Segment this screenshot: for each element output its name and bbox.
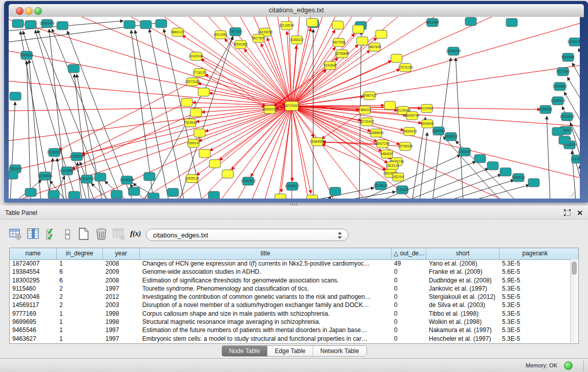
network-node[interactable] <box>111 190 122 199</box>
new-column-button[interactable] <box>76 227 91 241</box>
network-node[interactable] <box>181 98 192 106</box>
network-node[interactable] <box>391 54 402 62</box>
table-row[interactable]: 946554611997Estimation of the future num… <box>10 326 571 334</box>
cell-name: 18300295 <box>10 276 57 285</box>
network-node[interactable] <box>376 30 387 38</box>
network-node[interactable] <box>68 64 79 73</box>
close-window-button[interactable] <box>16 7 24 15</box>
table-row[interactable]: 1830029562008Estimation of significance … <box>10 276 571 285</box>
cell-out_degree: 0 <box>391 335 426 343</box>
network-node[interactable] <box>148 193 159 199</box>
network-edge <box>10 102 15 199</box>
table-row[interactable]: 1872400712008Changes of HCN gene express… <box>10 259 571 268</box>
table-selector[interactable]: citations_edges.txt <box>146 229 349 241</box>
tab-network-table[interactable]: Network Table <box>313 346 366 356</box>
network-node[interactable] <box>69 191 80 199</box>
function-builder-button[interactable]: f(x) <box>128 227 143 241</box>
column-header-year[interactable]: year <box>103 248 140 259</box>
network-node[interactable] <box>124 20 135 29</box>
table-row[interactable]: 2242004622012Investigating the contribut… <box>10 293 571 301</box>
network-node[interactable] <box>357 37 368 45</box>
table-row[interactable]: 969969511998Structural magnetic resonanc… <box>10 318 571 326</box>
network-node[interactable] <box>465 17 476 26</box>
network-node[interactable] <box>10 92 21 100</box>
network-node-label: 15751074 <box>568 40 580 43</box>
table-settings-button[interactable] <box>8 227 23 241</box>
network-node[interactable] <box>500 168 511 176</box>
network-node[interactable] <box>9 171 18 179</box>
table-scrollbar[interactable] <box>570 259 578 343</box>
network-node[interactable] <box>95 173 106 181</box>
network-node-label: 10958107 <box>285 184 300 188</box>
network-node[interactable] <box>559 136 570 144</box>
network-window-titlebar[interactable]: citations_edges.txt <box>9 4 584 17</box>
network-node[interactable] <box>384 101 396 110</box>
delete-column-trash-button[interactable] <box>94 227 108 241</box>
network-node[interactable] <box>506 18 517 27</box>
network-node[interactable] <box>25 188 36 196</box>
tab-node-table[interactable]: Node Table <box>222 346 268 356</box>
delete-table-button[interactable] <box>112 227 126 241</box>
select-all-checkbox-button[interactable] <box>44 227 58 241</box>
network-node[interactable] <box>48 190 59 199</box>
network-node-label: 1640954 <box>432 129 445 133</box>
network-node[interactable] <box>528 179 539 187</box>
table-row[interactable]: 946362711997Embryonic stem cells: a mode… <box>10 335 571 343</box>
table-row[interactable]: 977716911998Corpus callosum shape and si… <box>10 310 571 318</box>
network-edge <box>292 106 400 144</box>
cell-name: 9699695 <box>10 318 57 326</box>
network-node[interactable] <box>199 149 210 158</box>
network-node[interactable] <box>57 21 68 30</box>
network-node[interactable] <box>332 21 343 29</box>
network-node[interactable] <box>128 187 140 195</box>
column-visibility-button[interactable] <box>26 227 40 241</box>
column-header-in_degree[interactable]: in_degree <box>57 248 103 259</box>
network-node-label: 10688609 <box>369 131 384 135</box>
network-node-label: 18300295 <box>263 107 277 111</box>
unselect-rows-button[interactable] <box>60 227 75 241</box>
network-edge <box>9 17 292 106</box>
network-node[interactable] <box>167 188 179 196</box>
network-node-label: 10975887 <box>60 169 75 172</box>
column-header-out_degree[interactable]: △ out_de… <box>391 248 426 259</box>
network-node-label: 10487427 <box>362 94 377 97</box>
network-node[interactable] <box>552 127 563 136</box>
table-scrollbar-thumb[interactable] <box>572 261 577 275</box>
table-row[interactable]: 1456911722003Disruption of a novel membe… <box>10 301 571 309</box>
cell-title: Estimation of significance thresholds fo… <box>140 276 391 285</box>
memory-status-indicator[interactable] <box>564 361 573 370</box>
cell-in_degree: 2 <box>57 293 103 301</box>
network-graph[interactable]: 2069140679572248813054205538320206535173… <box>9 17 580 199</box>
float-panel-icon[interactable] <box>564 209 571 216</box>
cell-in_degree: 1 <box>57 318 103 326</box>
network-node[interactable] <box>487 162 498 170</box>
network-node[interactable] <box>208 191 220 199</box>
network-node[interactable] <box>330 187 341 195</box>
zoom-window-button[interactable] <box>34 7 42 15</box>
column-header-pagerank[interactable]: pagerank <box>499 248 571 259</box>
minimize-window-button[interactable] <box>25 7 33 15</box>
close-panel-icon[interactable]: ✕ <box>577 208 583 217</box>
network-node[interactable] <box>353 25 364 33</box>
network-node[interactable] <box>307 195 318 199</box>
network-node[interactable] <box>198 88 209 96</box>
table-row[interactable]: 1938455462009Genome-wide association stu… <box>10 268 571 276</box>
network-node[interactable] <box>275 194 286 199</box>
network-node[interactable] <box>307 18 318 27</box>
network-node[interactable] <box>474 155 486 163</box>
network-node[interactable] <box>194 129 205 137</box>
table-row[interactable]: 911546021997Tourette syndrome. Phenomeno… <box>10 285 571 293</box>
network-node[interactable] <box>190 108 202 117</box>
network-node[interactable] <box>140 20 151 29</box>
column-header-title[interactable]: title <box>140 248 391 259</box>
network-node[interactable] <box>209 160 221 168</box>
network-node[interactable] <box>144 172 155 181</box>
tab-edge-table[interactable]: Edge Table <box>268 346 313 356</box>
network-node[interactable] <box>222 170 233 178</box>
network-node[interactable] <box>12 19 24 28</box>
network-node[interactable] <box>156 19 167 28</box>
column-header-short[interactable]: short <box>426 248 499 259</box>
column-header-name[interactable]: name <box>10 248 57 259</box>
network-canvas[interactable]: 2069140679572248813054205538320206535173… <box>9 17 580 199</box>
network-node[interactable] <box>25 20 36 29</box>
